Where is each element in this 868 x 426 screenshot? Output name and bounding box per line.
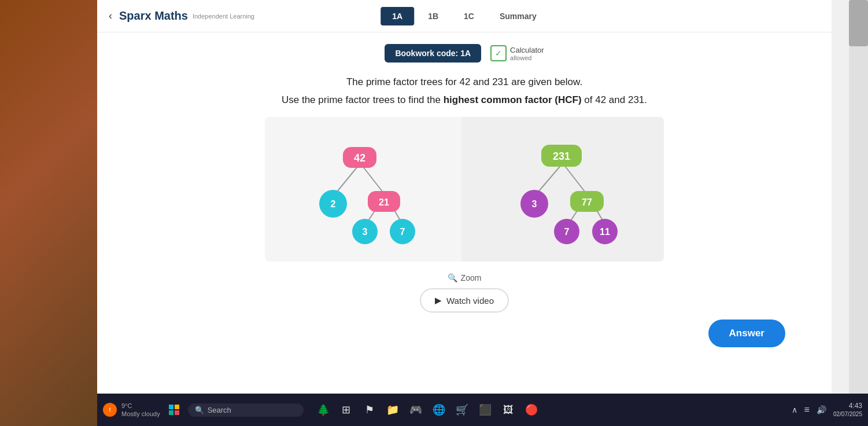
node-7b: 7 xyxy=(564,227,570,237)
taskbar-icon-photo[interactable]: 🖼 xyxy=(499,401,518,419)
bookwork-bar: Bookwork code: 1A ✓ Calculator allowed xyxy=(132,44,797,63)
svg-rect-19 xyxy=(175,405,179,409)
node-231: 231 xyxy=(553,150,570,162)
taskbar-icon-fire[interactable]: 🔴 xyxy=(522,401,541,419)
node-21: 21 xyxy=(379,197,389,207)
calculator-info: ✓ Calculator allowed xyxy=(490,45,544,61)
taskbar-volume: 🔊 xyxy=(817,405,826,414)
tab-1b[interactable]: 1B xyxy=(416,7,450,25)
scrollbar-track[interactable] xyxy=(849,0,868,394)
weather-badge: ! xyxy=(103,403,117,417)
scrollbar-thumb[interactable] xyxy=(849,0,868,46)
nav-tabs: 1A 1B 1C Summary xyxy=(381,7,548,25)
question-line2: Use the prime factor trees to find the h… xyxy=(132,92,797,108)
node-77: 77 xyxy=(582,197,592,207)
bottom-actions: 🔍 Zoom ▶ Watch video xyxy=(132,273,797,313)
node-3b: 3 xyxy=(532,199,537,209)
svg-line-9 xyxy=(535,163,563,195)
bookwork-badge: Bookwork code: 1A xyxy=(385,44,481,63)
trees-container: 42 2 21 3 7 xyxy=(132,117,797,262)
taskbar-icon-folder[interactable]: 📁 xyxy=(383,401,402,419)
tree-231-svg: 231 3 77 7 11 xyxy=(496,134,629,244)
svg-line-10 xyxy=(563,163,588,195)
content-area: Bookwork code: 1A ✓ Calculator allowed T… xyxy=(97,32,832,324)
node-7a: 7 xyxy=(400,227,405,237)
svg-rect-21 xyxy=(175,410,179,415)
answer-button[interactable]: Answer xyxy=(708,320,785,347)
taskbar-network: ≡ xyxy=(804,405,810,415)
left-panel xyxy=(0,0,97,426)
tree-42: 42 2 21 3 7 xyxy=(265,117,461,262)
taskbar: ! 9°C Mostly cloudy 🔍 Search 🌲 ⊞ ⚑ 📁 🎮 🌐… xyxy=(97,394,868,426)
taskbar-icon-terminal[interactable]: ⬛ xyxy=(476,401,494,419)
taskbar-icon-grid[interactable]: ⊞ xyxy=(337,401,356,419)
back-button[interactable]: ‹ xyxy=(109,10,112,22)
taskbar-search[interactable]: 🔍 Search xyxy=(188,403,304,417)
search-label: Search xyxy=(208,406,231,414)
taskbar-icon-edge[interactable]: 🌐 xyxy=(430,401,448,419)
calculator-label: Calculator allowed xyxy=(510,46,544,61)
node-42: 42 xyxy=(354,152,365,164)
taskbar-right: ∧ ≡ 🔊 4:43 02/07/2025 xyxy=(792,401,862,419)
weather-info: 9°C Mostly cloudy xyxy=(121,402,160,418)
svg-line-1 xyxy=(360,163,385,195)
question-text: The prime factor trees for 42 and 231 ar… xyxy=(132,74,797,108)
video-icon: ▶ xyxy=(435,295,442,306)
tree-42-svg: 42 2 21 3 7 xyxy=(300,134,427,244)
svg-rect-20 xyxy=(169,410,173,415)
tree-231: 231 3 77 7 11 xyxy=(461,117,664,262)
zoom-label: Zoom xyxy=(461,273,482,282)
taskbar-icon-tree[interactable]: 🌲 xyxy=(314,401,333,419)
svg-line-0 xyxy=(334,163,360,195)
question-line1: The prime factor trees for 42 and 231 ar… xyxy=(132,74,797,90)
taskbar-icons: 🌲 ⊞ ⚑ 📁 🎮 🌐 🛒 ⬛ 🖼 🔴 xyxy=(314,401,541,419)
tab-1a[interactable]: 1A xyxy=(381,7,414,25)
zoom-link[interactable]: 🔍 Zoom xyxy=(448,273,482,282)
taskbar-arrow-up[interactable]: ∧ xyxy=(792,405,797,414)
calculator-icon: ✓ xyxy=(490,45,507,61)
main-content: ‹ Sparx Maths Independent Learning 1A 1B… xyxy=(97,0,832,394)
search-icon: 🔍 xyxy=(195,406,204,414)
node-2: 2 xyxy=(331,199,336,209)
taskbar-icon-game[interactable]: 🎮 xyxy=(407,401,425,419)
tab-1c[interactable]: 1C xyxy=(452,7,486,25)
watch-video-button[interactable]: ▶ Watch video xyxy=(420,288,509,313)
taskbar-icon-flag[interactable]: ⚑ xyxy=(360,401,379,419)
node-11: 11 xyxy=(600,227,610,237)
start-button[interactable] xyxy=(165,401,183,419)
watch-video-label: Watch video xyxy=(446,296,494,306)
taskbar-clock: 4:43 02/07/2025 xyxy=(833,401,862,419)
brand-name: Sparx Maths xyxy=(119,9,188,23)
zoom-icon: 🔍 xyxy=(448,273,457,282)
brand-subtitle: Independent Learning xyxy=(193,13,254,20)
svg-rect-18 xyxy=(169,405,173,409)
tab-summary[interactable]: Summary xyxy=(488,7,548,25)
node-3a: 3 xyxy=(363,227,368,237)
header: ‹ Sparx Maths Independent Learning 1A 1B… xyxy=(97,0,832,32)
taskbar-icon-store[interactable]: 🛒 xyxy=(453,401,471,419)
